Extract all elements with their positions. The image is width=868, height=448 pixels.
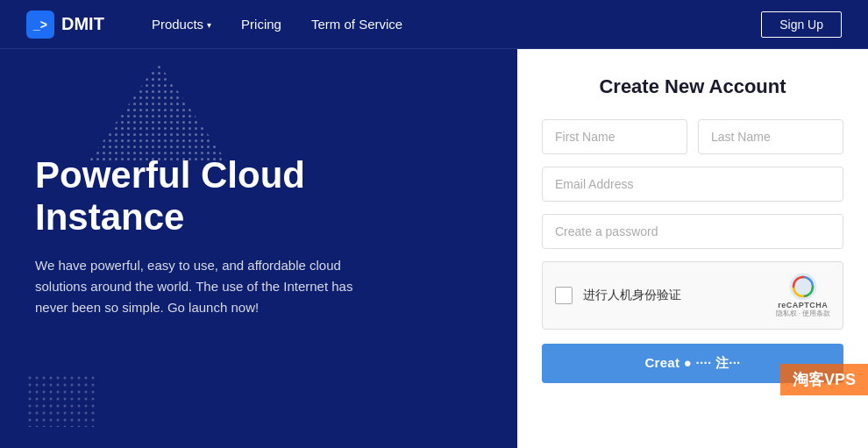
svg-rect-4: [26, 374, 96, 427]
hero-section: Powerful CloudInstance We have powerful,…: [0, 49, 517, 448]
recaptcha-logo-icon: [789, 273, 817, 301]
create-account-button[interactable]: Creat ● ···· 注···: [542, 344, 843, 383]
navbar: _> DMIT Products ▾ Pricing Term of Servi…: [0, 0, 868, 49]
nav-links: Products ▾ Pricing Term of Service: [139, 10, 761, 39]
password-input[interactable]: [542, 214, 843, 249]
dot-mountain-decoration: [70, 58, 245, 172]
nav-products[interactable]: Products ▾: [139, 10, 224, 39]
create-account-label: Creat ● ···· 注···: [644, 355, 740, 370]
last-name-input[interactable]: [698, 119, 843, 154]
chevron-down-icon: ▾: [207, 20, 211, 30]
email-input[interactable]: [542, 167, 843, 202]
captcha-right: reCAPTCHA 隐私权 · 使用条款: [776, 273, 830, 318]
captcha-checkbox[interactable]: [555, 287, 573, 304]
logo-icon: _>: [26, 11, 54, 39]
nav-tos[interactable]: Term of Service: [299, 10, 415, 39]
recaptcha-subtext: 隐私权 · 使用条款: [776, 309, 830, 318]
captcha-box[interactable]: 进行人机身份验证 reCAPTCHA 隐私权 · 使用条款: [542, 261, 843, 330]
captcha-left: 进行人机身份验证: [555, 287, 681, 304]
sign-up-button[interactable]: Sign Up: [761, 11, 842, 38]
nav-pricing[interactable]: Pricing: [229, 10, 294, 39]
main-content: Powerful CloudInstance We have powerful,…: [0, 49, 868, 448]
hero-description: We have powerful, easy to use, and affor…: [35, 255, 359, 318]
password-field: [542, 214, 843, 249]
first-name-input[interactable]: [542, 119, 687, 154]
email-field: [542, 167, 843, 202]
registration-form-panel: Create New Account 进行人机身份验证: [517, 49, 868, 448]
recaptcha-label: reCAPTCHA: [778, 301, 828, 309]
logo[interactable]: _> DMIT: [26, 11, 104, 39]
form-title: Create New Account: [599, 75, 786, 98]
svg-rect-2: [70, 58, 245, 172]
dots-decoration: [26, 374, 96, 430]
nav-right: Sign Up: [761, 11, 842, 38]
logo-text: DMIT: [61, 14, 104, 34]
name-row: [542, 119, 843, 154]
captcha-label: 进行人机身份验证: [583, 288, 681, 303]
